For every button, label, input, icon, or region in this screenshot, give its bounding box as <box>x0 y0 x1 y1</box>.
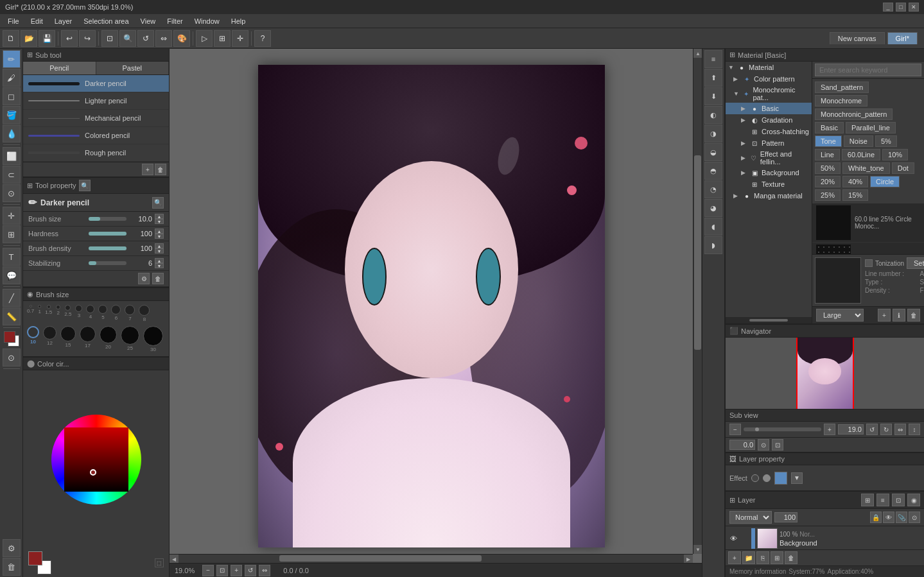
nav-zoom-in[interactable]: + <box>824 424 835 435</box>
mid-btn-1[interactable]: ≡ <box>704 50 722 68</box>
brush-item-darker[interactable]: Darker pencil <box>23 75 169 92</box>
mat-thumb-0[interactable]: 60.0 line 25% Circle Monoc... <box>812 203 924 243</box>
mat-item-background[interactable]: ▶ ▣ Background <box>726 167 812 178</box>
tool-property-search-icon[interactable]: 🔍 <box>79 180 91 191</box>
mat-tag-sand[interactable]: Sand_pattern <box>815 82 869 93</box>
mat-item-material[interactable]: ▼ ● Material <box>726 62 812 73</box>
layer-effect-dot2[interactable] <box>763 474 771 482</box>
vscroll-up-icon[interactable]: ▲ <box>693 49 702 58</box>
minimize-button[interactable]: _ <box>883 3 893 12</box>
material-tonization-check[interactable] <box>865 259 873 267</box>
brush-size-17[interactable]: 17 <box>78 325 97 354</box>
brush-size-25[interactable]: 25 <box>119 325 141 354</box>
canvas-vscroll[interactable]: ▲ ▼ <box>693 49 702 554</box>
tool-ruler[interactable]: 📏 <box>3 307 21 325</box>
tool-fill[interactable]: 🪣 <box>3 106 21 124</box>
brush-size-2.5[interactable]: 2.5 <box>63 304 73 323</box>
layer-lock-bg[interactable] <box>740 534 749 543</box>
prop-trash-icon[interactable]: 🗑 <box>152 273 164 284</box>
brush-size-3[interactable]: 3 <box>74 304 83 323</box>
hscroll-thumb[interactable] <box>279 555 482 562</box>
mat-tag-60line[interactable]: 60.0Line <box>842 149 880 160</box>
flip-button[interactable]: ⇔ <box>155 30 172 47</box>
layer-clip-icon[interactable]: 📎 <box>896 512 907 523</box>
close-button[interactable]: ✕ <box>909 3 919 12</box>
menu-window[interactable]: Window <box>189 16 225 26</box>
trash-icon[interactable]: 🗑 <box>3 558 21 576</box>
prop-brush-size-slider[interactable] <box>89 217 126 221</box>
statusbar-rotate[interactable]: ↺ <box>245 565 256 576</box>
canvas-viewport[interactable]: ▲ ▼ <box>170 49 702 563</box>
mat-trash-button[interactable]: 🗑 <box>907 309 920 322</box>
tool-line[interactable]: ╱ <box>3 289 21 307</box>
statusbar-zoom-reset[interactable]: ⊡ <box>216 565 228 576</box>
mid-btn-2[interactable]: ⬆ <box>704 69 722 87</box>
canvas-image[interactable] <box>258 65 605 547</box>
layer-effect-color-btn[interactable] <box>774 472 787 485</box>
brush-item-lighter[interactable]: Lighter pencil <box>23 92 169 110</box>
prop-density-down[interactable]: ▼ <box>155 248 164 254</box>
brush-size-1[interactable]: 1 <box>37 304 42 323</box>
prop-brush-size-down[interactable]: ▼ <box>155 219 164 224</box>
mat-item-basic[interactable]: ▶ ● Basic <box>726 103 812 114</box>
tool-select-lasso[interactable]: ⊂ <box>3 166 21 184</box>
tool-eyedrop2[interactable]: ⊙ <box>3 349 21 366</box>
brush-size-2[interactable]: 2 <box>55 304 62 323</box>
mat-tag-basic[interactable]: Basic <box>815 122 844 133</box>
mat-tag-5pct[interactable]: 5% <box>875 135 897 147</box>
prop-stabilizing-slider[interactable] <box>89 261 126 265</box>
tool-eraser[interactable]: ◻ <box>3 87 21 105</box>
layer-header-btn1[interactable]: ⊞ <box>861 494 874 506</box>
mat-item-cross[interactable]: ⊞ Cross-hatching <box>726 126 812 137</box>
layer-vis-bg[interactable]: 👁 <box>728 533 738 544</box>
subtool-delete-icon[interactable]: 🗑 <box>155 164 166 175</box>
brush-size-1.5[interactable]: 1.5 <box>44 304 53 323</box>
nav-reset-flip[interactable]: ⊡ <box>772 439 783 451</box>
mat-tag-15pct[interactable]: 15% <box>842 189 868 201</box>
mid-btn-7[interactable]: ◓ <box>704 162 722 180</box>
nav-flip-v[interactable]: ↕ <box>909 424 920 435</box>
vscroll-down-icon[interactable]: ▼ <box>693 545 702 554</box>
prop-hardness-up[interactable]: ▲ <box>155 228 164 234</box>
mat-tag-40pct[interactable]: 40% <box>842 176 868 187</box>
tool-brush[interactable]: 🖌 <box>3 69 21 87</box>
layer-header-btn4[interactable]: ◉ <box>907 494 920 506</box>
prop-hardness-stepper[interactable]: ▲ ▼ <box>155 228 164 239</box>
mat-tag-tone[interactable]: Tone <box>815 135 842 147</box>
tool-transform[interactable]: ⊞ <box>3 225 21 243</box>
color-fg-bg[interactable] <box>3 330 21 348</box>
menu-edit[interactable]: Edit <box>26 16 48 26</box>
color-transparent-icon[interactable]: ⬚ <box>155 558 164 567</box>
material-settings-button[interactable]: Settings... <box>907 257 924 269</box>
material-search-input[interactable] <box>815 64 921 76</box>
brush-size-4[interactable]: 4 <box>85 304 96 323</box>
save-button[interactable]: 💾 <box>39 30 55 47</box>
color-fg-swatch[interactable] <box>28 551 42 565</box>
mid-btn-4[interactable]: ◐ <box>704 106 722 124</box>
undo-button[interactable]: ↩ <box>61 30 78 47</box>
prop-brush-size-up[interactable]: ▲ <box>155 214 164 219</box>
mat-tag-white[interactable]: White_tone <box>842 162 890 174</box>
menu-filter[interactable]: Filter <box>162 16 187 26</box>
prop-density-slider[interactable] <box>89 246 126 250</box>
mid-btn-9[interactable]: ◕ <box>704 199 722 217</box>
mid-btn-6[interactable]: ◒ <box>704 143 722 161</box>
brush-item-mech[interactable]: Mechanical pencil <box>23 110 169 127</box>
layer-add-button[interactable]: + <box>728 551 741 564</box>
brush-size-5[interactable]: 5 <box>97 304 109 323</box>
material-size-dropdown[interactable]: Large Medium Small <box>816 309 864 322</box>
nav-zoom-out[interactable]: − <box>729 424 741 435</box>
canvas-hscroll[interactable]: ◀ ▶ <box>170 554 693 563</box>
nav-rotate-ccw[interactable]: ↺ <box>866 424 878 435</box>
mat-tag-10pct[interactable]: 10% <box>882 149 908 160</box>
color-square[interactable] <box>64 427 128 492</box>
layer-folder-button[interactable]: 📁 <box>742 551 755 564</box>
layer-opacity-input[interactable] <box>774 512 798 522</box>
mat-tag-parallel[interactable]: Parallel_line <box>846 122 896 133</box>
prop-hardness-down[interactable]: ▼ <box>155 234 164 239</box>
tool-move[interactable]: ✛ <box>3 207 21 225</box>
mat-item-color-pattern[interactable]: ▶ ✦ Color pattern <box>726 73 812 85</box>
prop-density-stepper[interactable]: ▲ ▼ <box>155 243 164 254</box>
statusbar-zoom-in[interactable]: + <box>231 565 242 576</box>
prop-hardness-slider[interactable] <box>89 232 126 236</box>
